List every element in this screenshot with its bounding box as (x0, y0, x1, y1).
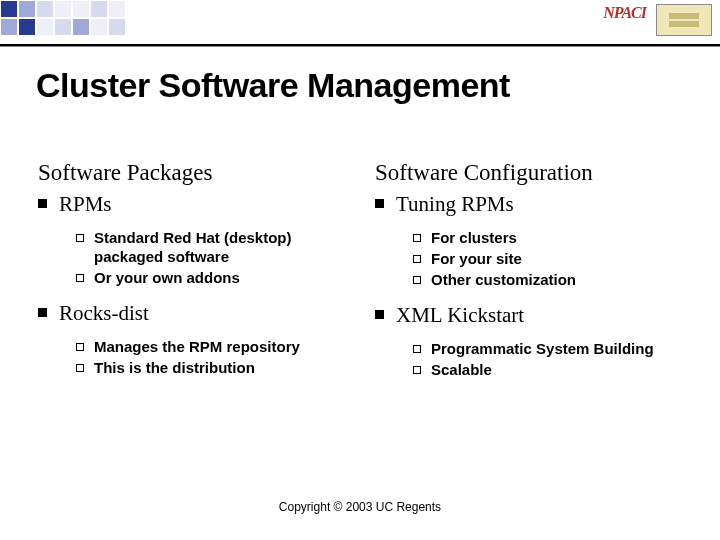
item-label: Tuning RPMs (396, 192, 514, 217)
badge-icon (656, 4, 712, 36)
right-column: Software Configuration Tuning RPMs For c… (375, 160, 682, 394)
sub-label: Manages the RPM repository (94, 338, 300, 357)
slide-title: Cluster Software Management (36, 66, 510, 105)
header-decoration: NPACI (0, 0, 720, 40)
horizontal-rule (0, 44, 720, 46)
open-square-bullet-icon (76, 274, 84, 282)
sub-item: Scalable (413, 361, 682, 380)
list-item: RPMs (38, 192, 345, 217)
footer-copyright: Copyright © 2003 UC Regents (0, 500, 720, 514)
sub-item: Manages the RPM repository (76, 338, 345, 357)
sub-label: Scalable (431, 361, 492, 380)
sub-label: For clusters (431, 229, 517, 248)
sub-item: For clusters (413, 229, 682, 248)
square-bullet-icon (38, 308, 47, 317)
npaci-logo: NPACI (603, 4, 646, 22)
right-heading: Software Configuration (375, 160, 682, 186)
sub-item: Programmatic System Building (413, 340, 682, 359)
sub-label: Or your own addons (94, 269, 240, 288)
square-bullet-icon (375, 199, 384, 208)
open-square-bullet-icon (76, 234, 84, 242)
sub-item: For your site (413, 250, 682, 269)
list-item: Rocks-dist (38, 301, 345, 326)
sub-label: This is the distribution (94, 359, 255, 378)
sub-label: Standard Red Hat (desktop) packaged soft… (94, 229, 345, 267)
sub-label: Programmatic System Building (431, 340, 654, 359)
open-square-bullet-icon (413, 255, 421, 263)
sub-label: Other customization (431, 271, 576, 290)
left-column: Software Packages RPMs Standard Red Hat … (38, 160, 345, 394)
sub-item: Or your own addons (76, 269, 345, 288)
item-label: XML Kickstart (396, 303, 524, 328)
sub-item: Other customization (413, 271, 682, 290)
sub-item: This is the distribution (76, 359, 345, 378)
square-bullet-icon (38, 199, 47, 208)
item-label: RPMs (59, 192, 112, 217)
logo-area: NPACI (603, 4, 712, 36)
content-columns: Software Packages RPMs Standard Red Hat … (38, 160, 682, 394)
sub-item: Standard Red Hat (desktop) packaged soft… (76, 229, 345, 267)
item-label: Rocks-dist (59, 301, 149, 326)
open-square-bullet-icon (413, 366, 421, 374)
open-square-bullet-icon (413, 276, 421, 284)
list-item: Tuning RPMs (375, 192, 682, 217)
open-square-bullet-icon (413, 234, 421, 242)
open-square-bullet-icon (76, 343, 84, 351)
list-item: XML Kickstart (375, 303, 682, 328)
square-bullet-icon (375, 310, 384, 319)
corner-squares (0, 0, 140, 36)
open-square-bullet-icon (76, 364, 84, 372)
open-square-bullet-icon (413, 345, 421, 353)
left-heading: Software Packages (38, 160, 345, 186)
sub-label: For your site (431, 250, 522, 269)
